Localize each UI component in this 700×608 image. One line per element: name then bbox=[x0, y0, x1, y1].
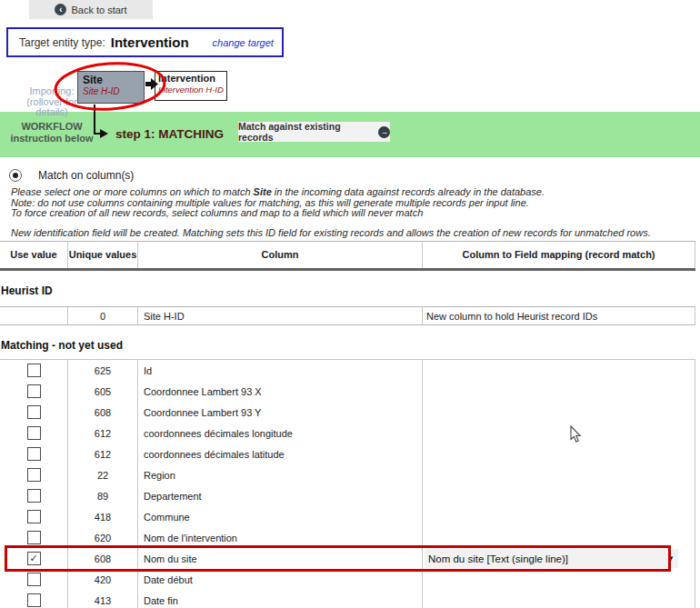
use-value-checkbox[interactable] bbox=[27, 426, 41, 440]
unique-values-count: 608 bbox=[68, 548, 138, 569]
unique-values-count: 420 bbox=[68, 569, 138, 590]
table-row: 420Date début bbox=[0, 569, 695, 590]
go-arrow-icon: → bbox=[378, 126, 390, 138]
table-row: 625Id bbox=[0, 360, 695, 381]
column-name: Id bbox=[138, 360, 423, 381]
target-entity-label: Target entity type: bbox=[19, 36, 105, 49]
unique-values-count: 608 bbox=[68, 402, 138, 423]
column-name: Departement bbox=[138, 485, 423, 506]
table-row: 612coordonnees décimales longitude bbox=[0, 423, 695, 444]
table-row: 22Region bbox=[0, 464, 695, 485]
column-name: Region bbox=[138, 464, 423, 485]
back-to-start-button[interactable]: ‹ Back to start bbox=[29, 0, 153, 19]
import-matching-page: ‹ Back to start Target entity type: Inte… bbox=[0, 0, 700, 608]
column-name: coordonnees décimales latitude bbox=[138, 444, 423, 464]
field-mapping-cell bbox=[423, 423, 695, 444]
use-value-cell bbox=[0, 381, 68, 402]
instruction-line1: Please select one or more columns on whi… bbox=[11, 187, 693, 198]
step-1-matching-label: step 1: MATCHING bbox=[115, 127, 224, 141]
instruction-line3: To force creation of all new records, se… bbox=[11, 208, 693, 219]
workflow-bar-label-line1: WORKFLOW bbox=[4, 121, 100, 133]
table-row: 0Site H-IDNew column to hold Heurist rec… bbox=[0, 307, 695, 324]
match-on-columns-radio[interactable] bbox=[9, 169, 22, 182]
use-value-checkbox[interactable] bbox=[27, 447, 41, 461]
field-mapping-cell bbox=[423, 381, 695, 402]
match-on-columns-label: Match on column(s) bbox=[38, 169, 134, 182]
use-value-cell bbox=[0, 360, 68, 381]
intervention-node-title: Intervention bbox=[158, 73, 224, 85]
use-value-cell bbox=[0, 464, 68, 485]
field-mapping-cell bbox=[423, 444, 695, 464]
unique-values-count: 413 bbox=[68, 590, 138, 608]
chevron-down-icon: ▼ bbox=[667, 554, 675, 563]
site-node-subtitle: Site H-ID bbox=[83, 86, 144, 97]
matching-rows: 625Id605Coordonnee Lambert 93 X608Coordo… bbox=[0, 359, 695, 608]
field-mapping-cell bbox=[423, 590, 695, 608]
field-mapping-cell: Nom du site [Text (single line)]▼ bbox=[423, 548, 695, 569]
use-value-cell bbox=[0, 402, 68, 423]
use-value-cell: ✓ bbox=[0, 548, 68, 569]
table-row: ✓608Nom du siteNom du site [Text (single… bbox=[0, 548, 695, 569]
field-mapping-cell bbox=[423, 527, 695, 548]
identification-note: New identification field will be created… bbox=[11, 227, 693, 238]
section-title-heurist-id: Heurist ID bbox=[1, 284, 53, 297]
table-row: 605Coordonnee Lambert 93 X bbox=[0, 381, 695, 402]
use-value-checkbox[interactable] bbox=[27, 510, 41, 523]
heurist-id-rows: 0Site H-IDNew column to hold Heurist rec… bbox=[0, 306, 695, 325]
column-name: Date début bbox=[138, 569, 423, 590]
column-name: Nom du site bbox=[138, 548, 423, 569]
use-value-checkbox[interactable]: ✓ bbox=[27, 552, 41, 565]
field-mapping-cell bbox=[423, 485, 695, 506]
use-value-cell bbox=[0, 485, 68, 506]
use-value-checkbox[interactable] bbox=[27, 364, 41, 377]
use-value-checkbox[interactable] bbox=[27, 593, 41, 607]
target-entity-box: Target entity type: Intervention change … bbox=[6, 27, 284, 57]
target-entity-value: Intervention bbox=[111, 35, 189, 50]
column-header: Unique values bbox=[68, 242, 138, 268]
workflow-bar-label-line2: instruction below bbox=[4, 133, 100, 145]
column-name: Coordonnee Lambert 93 Y bbox=[138, 402, 423, 423]
column-name: coordonnees décimales longitude bbox=[138, 423, 423, 444]
field-mapping-select[interactable]: Nom du site [Text (single line)]▼ bbox=[425, 549, 678, 568]
field-mapping-cell bbox=[423, 402, 695, 423]
column-name: Site H-ID bbox=[138, 307, 423, 324]
use-value-checkbox[interactable] bbox=[27, 468, 41, 482]
unique-values-count: 89 bbox=[68, 485, 138, 506]
change-target-link[interactable]: change target bbox=[213, 37, 274, 48]
use-value-checkbox[interactable] bbox=[27, 405, 41, 419]
site-node-title: Site bbox=[83, 74, 144, 86]
table-row: 612coordonnees décimales latitude bbox=[0, 444, 695, 464]
use-value-checkbox[interactable] bbox=[27, 489, 41, 503]
workflow-bar-label: WORKFLOW instruction below bbox=[4, 121, 100, 145]
column-header: Use value bbox=[0, 242, 68, 268]
field-mapping-cell bbox=[423, 506, 695, 527]
use-value-checkbox[interactable] bbox=[27, 573, 41, 586]
match-against-existing-records-button[interactable]: Match against existing records → bbox=[238, 122, 390, 142]
use-value-cell bbox=[0, 506, 68, 527]
table-row: 418Commune bbox=[0, 506, 695, 527]
column-name: Coordonnee Lambert 93 X bbox=[138, 381, 423, 402]
use-value-cell bbox=[0, 569, 68, 590]
back-to-start-label: Back to start bbox=[71, 5, 126, 15]
field-mapping-cell bbox=[423, 464, 695, 485]
use-value-cell bbox=[0, 527, 68, 548]
column-header: Column to Field mapping (record match) bbox=[423, 242, 695, 268]
table-row: 89Departement bbox=[0, 485, 695, 506]
matching-instructions: Please select one or more columns on whi… bbox=[11, 187, 693, 219]
match-button-label: Match against existing records bbox=[238, 121, 374, 143]
unique-values-count: 620 bbox=[68, 527, 138, 548]
use-value-cell bbox=[0, 444, 68, 464]
table-row: 413Date fin bbox=[0, 590, 695, 608]
workflow-node-intervention[interactable]: Intervention Intervention H-ID bbox=[155, 71, 227, 101]
intervention-node-subtitle: Intervention H-ID bbox=[158, 85, 224, 95]
use-value-checkbox[interactable] bbox=[27, 531, 41, 544]
use-value-cell bbox=[0, 590, 68, 608]
field-mapping-select-value: Nom du site [Text (single line)] bbox=[428, 553, 664, 564]
field-mapping-cell: New column to hold Heurist record IDs bbox=[423, 307, 695, 324]
unique-values-count: 418 bbox=[68, 506, 138, 527]
field-mapping-cell bbox=[423, 360, 695, 381]
importing-note-line3: details) bbox=[15, 107, 89, 118]
use-value-checkbox[interactable] bbox=[27, 384, 41, 398]
unique-values-count: 612 bbox=[68, 423, 138, 444]
workflow-node-site[interactable]: Site Site H-ID bbox=[77, 71, 145, 104]
